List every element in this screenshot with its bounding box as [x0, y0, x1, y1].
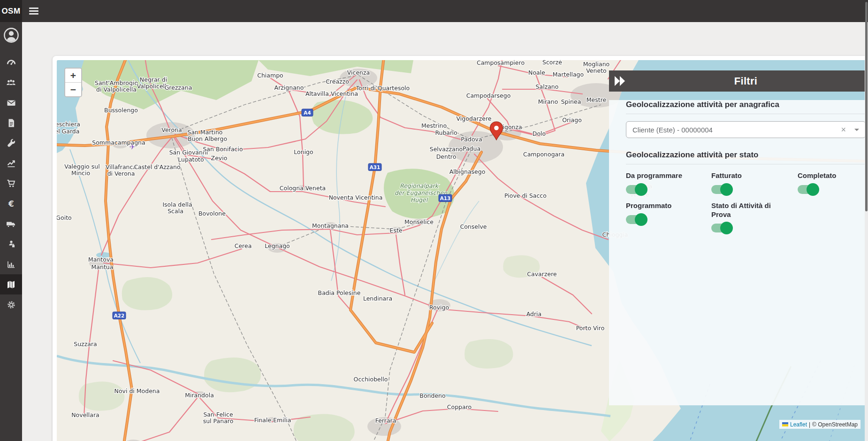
- map-label: Ferrara: [375, 417, 396, 424]
- marker-pin-hole: [494, 126, 499, 131]
- motorway-badge-label: A13: [440, 195, 451, 201]
- map-label: Bussolengo: [104, 107, 138, 114]
- scrollbar-thumb[interactable]: [865, 2, 868, 211]
- map-label: Finale Emilia: [254, 417, 291, 424]
- map-label: Oriago: [562, 116, 582, 124]
- toggle-switch-stato-di-attivit-di-prova[interactable]: [711, 224, 732, 232]
- map-label: Piove di Sacco: [504, 192, 547, 199]
- zoom-in-button[interactable]: +: [65, 69, 81, 83]
- toggle-switch-completato[interactable]: [798, 185, 818, 194]
- map-label: Bovolone: [198, 210, 226, 217]
- map-label: Scala: [168, 208, 183, 215]
- top-bar: OSM: [0, 0, 868, 22]
- map-label: Bondeno: [419, 392, 445, 399]
- map-attribution: Leaflet | © OpenStreetMap: [779, 420, 860, 429]
- leaflet-link[interactable]: Leaflet: [790, 421, 807, 428]
- sidebar-item-bar-chart[interactable]: [0, 254, 22, 274]
- map-label: Altavilla Vicentina: [305, 90, 358, 97]
- toggle-knob[interactable]: [635, 183, 647, 196]
- select-value: Cliente (Este) - 00000004: [632, 126, 835, 134]
- map-label: Mestrino: [421, 122, 447, 129]
- airport-icon: ✈: [129, 143, 136, 151]
- map-label: Scorzè: [542, 60, 562, 66]
- toggle-switch-programmato[interactable]: [626, 215, 647, 224]
- sidebar-item-euro[interactable]: €: [0, 193, 22, 214]
- sidebar-item-tools[interactable]: [0, 133, 22, 153]
- map-label: Copparo: [447, 403, 472, 410]
- map-label: Sant'Ambrogio: [95, 79, 138, 86]
- toggle-knob[interactable]: [720, 222, 733, 234]
- map-label: Selvazzano: [430, 146, 463, 153]
- map-label: Legnago: [265, 242, 290, 249]
- sidebar-item-mail[interactable]: [0, 93, 22, 113]
- map-label: Creazzo: [326, 78, 349, 85]
- map-label: Novellara: [71, 411, 99, 418]
- toggle-switch-da-programmare[interactable]: [626, 185, 647, 194]
- map-zoom-control: + −: [64, 68, 82, 97]
- map-label: Spinea: [561, 98, 581, 105]
- map-label: Zevio: [211, 155, 228, 162]
- map-label: Isola della: [162, 201, 192, 208]
- map-label: Porto Viro: [576, 325, 605, 332]
- map-label: di Valpolicella: [96, 86, 137, 93]
- map-label: Veneto: [586, 67, 606, 74]
- anagrafica-select[interactable]: Cliente (Este) - 00000004 ×: [626, 121, 866, 138]
- sidebar-item-settings[interactable]: [0, 294, 22, 315]
- map-label: Martellago: [553, 71, 584, 78]
- map-label: San Bonifacio: [203, 146, 243, 153]
- map-label: Lonigo: [294, 148, 313, 155]
- map-label: Mirano: [538, 98, 558, 105]
- select-clear-icon[interactable]: ×: [835, 125, 852, 135]
- map-label: Rubano: [435, 129, 457, 136]
- map-label: Regionalpark: [400, 182, 439, 189]
- map-label: del Garda: [57, 128, 79, 135]
- status-toggles: Da programmareFatturatoCompletatoProgram…: [609, 171, 868, 232]
- toggle-knob[interactable]: [807, 183, 819, 196]
- map-label: Lupatoto: [178, 156, 204, 163]
- user-avatar-icon[interactable]: [0, 26, 22, 45]
- sidebar-item-users[interactable]: [0, 72, 22, 93]
- map-label: Vigodarzere: [457, 115, 492, 122]
- map-label: Castel d'Azzano: [134, 163, 180, 170]
- sidebar-item-cart[interactable]: [0, 173, 22, 193]
- sidebar-item-document[interactable]: [0, 113, 22, 133]
- hamburger-menu-icon[interactable]: [29, 8, 38, 15]
- ukraine-flag-icon: [782, 422, 788, 426]
- sidebar-item-hierarchy[interactable]: [0, 234, 22, 254]
- svg-text:€: €: [8, 199, 14, 209]
- sidebar-item-dashboard[interactable]: [0, 52, 22, 72]
- sidebar-item-truck[interactable]: [0, 214, 22, 234]
- content-area: VeronaVicenzaPadovaPaduaRovigoFerraraMan…: [22, 22, 868, 441]
- map-label: Padova: [461, 136, 482, 143]
- openstreetmap-link[interactable]: © OpenStreetMap: [812, 421, 858, 428]
- app-window: OSM: [0, 0, 868, 441]
- collapse-panel-icon[interactable]: [615, 76, 627, 86]
- map-label: Valeggio sul: [64, 163, 99, 170]
- sidebar-item-map[interactable]: [0, 274, 22, 294]
- toggle-switch-fatturato[interactable]: [711, 185, 732, 194]
- map-label: Novi di Modena: [114, 387, 160, 395]
- map-label: Mantua: [91, 263, 114, 271]
- zoom-out-button[interactable]: −: [65, 83, 81, 97]
- map-label: Padua: [463, 145, 480, 152]
- filters-panel-header: Filtri: [609, 70, 868, 92]
- map-label: Montagnana: [312, 222, 349, 229]
- map-label: Badia Polesine: [318, 289, 361, 296]
- select-caret-icon[interactable]: [854, 129, 859, 131]
- map-label: Mantova: [88, 256, 114, 263]
- map-label: Sommacampagna: [92, 139, 145, 146]
- map-label: Conselve: [460, 223, 487, 230]
- map-label: Adria: [526, 310, 542, 317]
- map-label: Mogliano: [583, 61, 610, 68]
- map-label: Vicenza: [347, 69, 370, 76]
- map-label: Cologna Veneta: [280, 185, 326, 192]
- page-scrollbar: [865, 0, 868, 441]
- toggle-knob[interactable]: [720, 183, 733, 196]
- section-heading-anagrafica: Geolocalizzazione attività per anagrafic…: [626, 100, 866, 109]
- toggle-label: Fatturato: [711, 171, 791, 180]
- toggle-knob[interactable]: [635, 213, 647, 226]
- sidebar-item-trend-chart[interactable]: [0, 153, 22, 173]
- map-label: Cavarzere: [527, 271, 557, 278]
- map-label: Buon Albergo: [188, 135, 227, 142]
- map-label: Rovigo: [429, 304, 449, 311]
